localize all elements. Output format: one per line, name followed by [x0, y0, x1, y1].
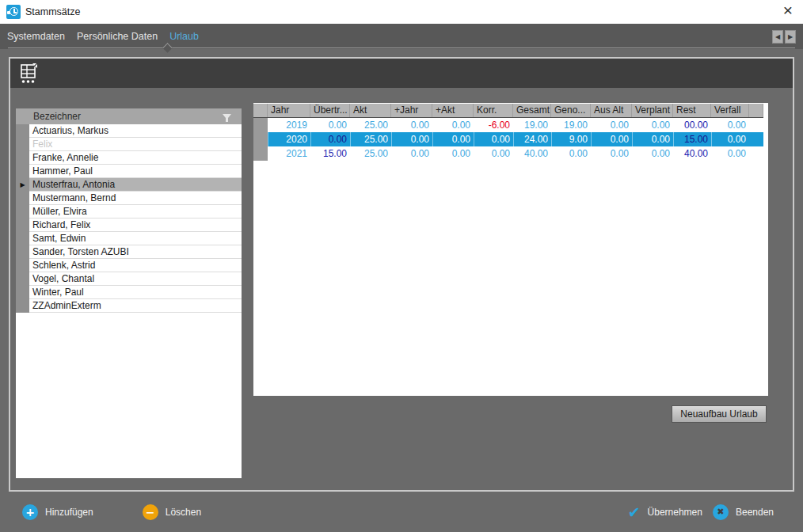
employee-row[interactable]: Actuarius, Markus: [16, 124, 242, 138]
row-gutter: [16, 272, 29, 286]
table-cell: 0.00: [711, 118, 749, 132]
tab-systemdaten[interactable]: Systemdaten: [6, 31, 66, 42]
column-header-jahr[interactable]: +Jahr: [391, 104, 432, 117]
table-row[interactable]: 202115.0025.000.000.000.0040.000.000.000…: [253, 146, 763, 161]
table-cell: 40.00: [513, 146, 551, 161]
employee-row[interactable]: Hammer, Paul: [16, 165, 242, 178]
table-cell: 9.00: [551, 132, 591, 146]
table-cell: 40.00: [673, 146, 711, 161]
employee-name: Winter, Paul: [29, 286, 242, 299]
employee-name: Musterfrau, Antonia: [29, 178, 242, 192]
table-cell: 0.00: [474, 132, 513, 146]
title-bar: Stammsätze ×: [0, 0, 803, 24]
table-row[interactable]: 20200.0025.000.000.000.0024.009.000.000.…: [253, 132, 763, 146]
employee-list: Bezeichner Actuarius, MarkusFelixFranke,…: [16, 108, 242, 478]
employee-row[interactable]: Sander, Torsten AZUBI: [16, 245, 242, 259]
table-row-filler: [749, 118, 763, 132]
add-button-label: Hinzufügen: [45, 507, 93, 518]
table-cell: 0.00: [591, 146, 632, 161]
row-gutter: [16, 165, 29, 178]
table-cell: 0.00: [391, 132, 432, 146]
table-cell: 0.00: [632, 132, 673, 146]
close-icon[interactable]: ×: [778, 0, 798, 22]
column-header-rest[interactable]: Rest: [673, 104, 711, 117]
employee-name: Mustermann, Bernd: [29, 192, 242, 205]
employee-row[interactable]: Müller, Elvira: [16, 205, 242, 218]
employee-name: Schlenk, Astrid: [29, 259, 242, 272]
table-cell: 0.00: [432, 118, 474, 132]
employee-name: Hammer, Paul: [29, 165, 242, 178]
tab-scroll-right-icon[interactable]: ▶: [785, 30, 796, 44]
delete-button[interactable]: − Löschen: [143, 504, 201, 520]
tab-scroll-left-icon[interactable]: ◀: [772, 30, 783, 44]
app-history-icon: [6, 5, 21, 19]
minus-icon: −: [143, 504, 158, 520]
column-header-aus-alt[interactable]: Aus Alt: [591, 104, 632, 117]
employee-row[interactable]: Felix: [16, 138, 242, 151]
table-cell: 0.00: [632, 118, 673, 132]
column-header-akt[interactable]: +Akt: [432, 104, 474, 117]
table-cell: 0.00: [474, 146, 513, 161]
employee-name: Samt, Edwin: [29, 232, 242, 245]
check-icon: ✔: [628, 504, 641, 520]
table-cell: 0.00: [432, 132, 474, 146]
toolbar: [10, 59, 793, 88]
table-cell: 24.00: [513, 132, 551, 146]
employee-rows: Actuarius, MarkusFelixFranke, AnnelieHam…: [16, 124, 242, 313]
tab-pers-nliche-daten[interactable]: Persönliche Daten: [76, 31, 158, 42]
employee-row[interactable]: Winter, Paul: [16, 286, 242, 299]
quit-button-label: Beenden: [736, 507, 774, 518]
employee-name: Müller, Elvira: [29, 205, 242, 218]
employee-row[interactable]: Mustermann, Bernd: [16, 192, 242, 205]
column-header-korr[interactable]: Korr.: [474, 104, 513, 117]
row-gutter: [16, 245, 29, 259]
column-header-akt[interactable]: Akt: [350, 104, 391, 117]
apply-button-label: Übernehmen: [648, 507, 702, 518]
apply-button[interactable]: ✔ Übernehmen: [628, 504, 702, 520]
employee-name: Vogel, Chantal: [29, 272, 242, 286]
column-header-verplant[interactable]: Verplant: [632, 104, 673, 117]
neuaufbau-urlaub-button[interactable]: Neuaufbau Urlaub: [672, 405, 767, 423]
row-gutter: [16, 205, 29, 218]
add-button[interactable]: + Hinzufügen: [22, 504, 93, 520]
tab-urlaub[interactable]: Urlaub: [169, 31, 200, 42]
quit-button[interactable]: ✖ Beenden: [713, 504, 774, 520]
table-cell: 19.00: [513, 118, 551, 132]
filter-funnel-icon[interactable]: [222, 112, 232, 127]
employee-row[interactable]: Schlenk, Astrid: [16, 259, 242, 272]
table-cell: 19.00: [551, 118, 591, 132]
column-header-verfall[interactable]: Verfall: [711, 104, 749, 117]
row-gutter: [16, 192, 29, 205]
current-row-marker-icon: ▶: [16, 178, 29, 192]
table-row-gutter: [253, 146, 268, 161]
tab-bar: SystemdatenPersönliche DatenUrlaub: [0, 24, 803, 49]
employee-row[interactable]: Franke, Annelie: [16, 151, 242, 165]
column-header-gesamt[interactable]: Gesamt: [513, 104, 551, 117]
employee-row[interactable]: Richard, Felix: [16, 218, 242, 232]
column-header-bertr[interactable]: Übertr...: [310, 104, 350, 117]
table-cell: 25.00: [350, 118, 391, 132]
table-row[interactable]: 20190.0025.000.000.00-6.0019.0019.000.00…: [253, 118, 763, 132]
employee-row[interactable]: ▶Musterfrau, Antonia: [16, 178, 242, 192]
master-record-icon[interactable]: [19, 63, 40, 85]
column-header-filler: [749, 104, 763, 117]
bottom-action-bar: + Hinzufügen − Löschen ✔ Übernehmen ✖ Be…: [0, 492, 803, 532]
employee-row[interactable]: Samt, Edwin: [16, 232, 242, 245]
column-header-geno[interactable]: Geno...: [551, 104, 591, 117]
table-cell: 15.00: [673, 132, 711, 146]
employee-list-header[interactable]: Bezeichner: [16, 108, 242, 124]
table-cell: 0.00: [391, 146, 432, 161]
employee-row[interactable]: ZZAdminExterm: [16, 299, 242, 313]
column-header-jahr[interactable]: Jahr: [268, 104, 310, 117]
employee-row[interactable]: Vogel, Chantal: [16, 272, 242, 286]
table-row-gutter: [253, 118, 268, 132]
employee-name: Franke, Annelie: [29, 151, 242, 165]
vacation-table-header: JahrÜbertr...Akt+Jahr+AktKorr.GesamtGeno…: [253, 104, 763, 118]
delete-button-label: Löschen: [166, 507, 201, 518]
table-cell: 0.00: [432, 146, 474, 161]
table-cell: 0.00: [310, 118, 350, 132]
table-header-gutter: [253, 104, 268, 117]
row-gutter: [16, 124, 29, 138]
row-gutter: [16, 232, 29, 245]
window-title: Stammsätze: [25, 0, 80, 24]
